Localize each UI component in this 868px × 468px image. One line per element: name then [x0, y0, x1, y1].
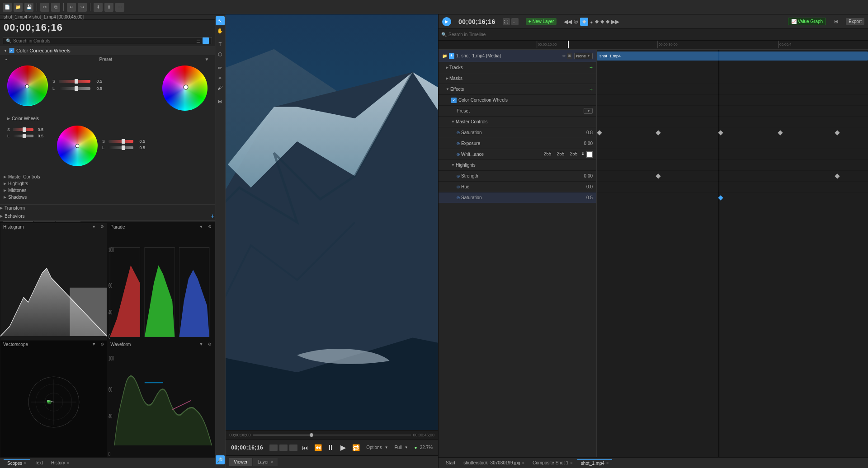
toolbar-more1[interactable]: ⋯	[115, 3, 124, 12]
media-track-grid-icon[interactable]: ⊞	[567, 53, 572, 59]
shot-tab[interactable]: shot_1.mp4 ×	[577, 459, 613, 467]
timeline-play-icon[interactable]: ▶	[442, 17, 451, 26]
transform-section[interactable]: ▶ Transform	[0, 205, 215, 211]
waveform-dropdown-icon[interactable]: ▼	[199, 342, 203, 346]
vectorscope-dropdown-icon[interactable]: ▼	[92, 342, 96, 346]
skip-back-button[interactable]: ⏮	[300, 443, 310, 453]
kf-mode-icon[interactable]: ⬥	[590, 19, 593, 24]
toolbar-undo[interactable]: ↩	[67, 3, 76, 12]
tracks-expand-icon[interactable]: ▶	[446, 66, 448, 70]
parade-dropdown-icon[interactable]: ▼	[199, 225, 203, 229]
hl-sat-keyframe-icon[interactable]: ◎	[457, 196, 460, 200]
layer-tab-close[interactable]: ×	[271, 460, 273, 464]
behaviors-section[interactable]: ▶ Behaviors +	[0, 211, 215, 220]
pause-button[interactable]: ⏸	[326, 443, 335, 453]
toolbar-cut[interactable]: ✂	[40, 3, 49, 12]
kf-next-icon[interactable]: ▶▶	[611, 19, 619, 25]
hl-expand-icon[interactable]: ▼	[451, 163, 455, 167]
highlights-tl-row[interactable]: ▼ Highlights	[439, 160, 596, 171]
preset-row[interactable]: Preset ▼	[439, 106, 596, 117]
kf-active-icon[interactable]: ◆	[580, 18, 588, 26]
toolbar-export[interactable]: ⬆	[104, 3, 113, 12]
saturation-row[interactable]: ◎ Saturation 0.8	[439, 127, 596, 138]
masks-row[interactable]: ▶ Masks	[439, 73, 596, 84]
hl-saturation-row[interactable]: ◎ Saturation 0.5	[439, 192, 596, 203]
highlights-section[interactable]: ▶ Highlights	[4, 180, 211, 187]
hue-keyframe-icon[interactable]: ◎	[457, 185, 460, 189]
strength-kf-2[interactable]	[835, 173, 840, 178]
track-eye-icon[interactable]: 👁	[449, 53, 454, 59]
pen-tool-icon[interactable]: ✏	[216, 63, 225, 72]
kf-hold-icon[interactable]: ◆	[606, 19, 609, 24]
scopes-tab[interactable]: Scopes ×	[4, 459, 30, 467]
toolbar-folder[interactable]: 📁	[14, 3, 23, 12]
shutterstock-close-icon[interactable]: ×	[522, 461, 524, 465]
color-correction-section[interactable]: ▼ ✓ Color Correction Wheels	[0, 46, 215, 55]
text-tool-icon[interactable]: T	[216, 40, 225, 49]
master-controls-section[interactable]: ▶ Master Controls	[4, 173, 211, 180]
cc-row[interactable]: ✓ Color Correction Wheels	[439, 95, 596, 106]
strength-row[interactable]: ◎ Strength 0.00	[439, 171, 596, 182]
l-slider-2[interactable]	[13, 135, 33, 137]
wb-color-swatch[interactable]	[586, 151, 593, 158]
behaviors-add-icon[interactable]: +	[211, 212, 214, 220]
hl-sat-kf-1[interactable]	[718, 195, 723, 200]
histogram-dropdown-icon[interactable]: ▼	[92, 225, 96, 229]
parade-gear-icon[interactable]: ⚙	[208, 225, 212, 229]
scopes-tab-close[interactable]: ×	[24, 461, 26, 465]
value-graph-button[interactable]: 📈 Value Graph	[788, 18, 826, 25]
effects-row[interactable]: ▼ Effects +	[439, 84, 596, 95]
sat-kf-5[interactable]	[835, 130, 840, 135]
tl-more-icon[interactable]: …	[511, 18, 519, 25]
new-layer-button[interactable]: + New Layer	[526, 18, 557, 25]
effects-expand-icon[interactable]: ▼	[446, 87, 449, 91]
enable-checkbox[interactable]: ✓	[9, 48, 14, 53]
toolbar-redo[interactable]: ↪	[78, 3, 87, 12]
search-controls-bar[interactable]: 🔍 ☰	[3, 37, 212, 44]
exp-keyframe-icon[interactable]: ◎	[457, 141, 460, 145]
histogram-gear-icon[interactable]: ⚙	[100, 225, 104, 229]
kf-prev-icon[interactable]: ◀◀	[564, 19, 572, 25]
history-tab[interactable]: History ×	[47, 459, 73, 466]
step-back-button[interactable]: ⏪	[313, 443, 323, 453]
hand-tool-icon[interactable]: ✋	[216, 26, 225, 35]
s-slider-3[interactable]	[108, 140, 133, 143]
toolbar-import[interactable]: ⬇	[94, 3, 103, 12]
kf-linear-icon[interactable]: ◆	[600, 19, 604, 24]
effects-add-icon[interactable]: +	[590, 86, 593, 93]
l-slider-3[interactable]	[108, 146, 133, 149]
media-track-edit-icon[interactable]: ✏	[562, 54, 566, 58]
strength-kf-1[interactable]	[656, 173, 660, 178]
kf-ease-icon[interactable]: ◆	[595, 19, 599, 24]
select-tool-icon[interactable]: ↖	[216, 16, 225, 25]
wb-row[interactable]: ◎ Whit...ance 255 255 255 🌡	[439, 149, 596, 160]
s-slider-1[interactable]	[59, 80, 90, 83]
mc-expand-icon[interactable]: ▼	[451, 120, 455, 124]
timeline-search-input[interactable]	[448, 32, 865, 37]
viewer-tab[interactable]: Viewer	[229, 458, 252, 466]
composite-tab[interactable]: Composite Shot 1 ×	[529, 459, 576, 466]
vectorscope-gear-icon[interactable]: ⚙	[100, 342, 104, 346]
strength-keyframe-icon[interactable]: ◎	[457, 174, 460, 178]
play-button[interactable]: ▶	[338, 443, 348, 453]
s-slider-2[interactable]	[13, 128, 33, 131]
color-wheel-3[interactable]	[57, 126, 98, 167]
tl-transport-icon[interactable]: ⛶	[503, 18, 510, 25]
sat-keyframe-icon[interactable]: ◎	[457, 131, 460, 135]
media-track-row[interactable]: 📁 👁 1. shot_1.mp4 [Media] ✏ ⊞ None ▼	[439, 50, 596, 62]
cc-checkbox[interactable]: ✓	[451, 98, 457, 103]
start-tab[interactable]: Start	[442, 459, 459, 466]
wb-keyframe-icon[interactable]: ◎	[457, 152, 460, 156]
tracks-add-icon[interactable]: +	[590, 65, 593, 71]
layer-tab[interactable]: Layer ×	[253, 458, 278, 466]
list-icon[interactable]: ☰	[196, 38, 201, 44]
zoom-label[interactable]: Full	[395, 445, 402, 450]
shadows-section[interactable]: ▶ Shadows	[4, 194, 211, 201]
tracks-row[interactable]: ▶ Tracks +	[439, 62, 596, 73]
shutterstock-tab[interactable]: shutterstock_307030199.jpg ×	[460, 459, 528, 466]
paint-tool-icon[interactable]: 🖌	[216, 83, 225, 92]
export-button[interactable]: Export	[846, 18, 864, 25]
search-input[interactable]	[13, 38, 194, 43]
blend-mode-dropdown[interactable]: None ▼	[574, 53, 593, 59]
shot-close-icon[interactable]: ×	[606, 461, 609, 465]
